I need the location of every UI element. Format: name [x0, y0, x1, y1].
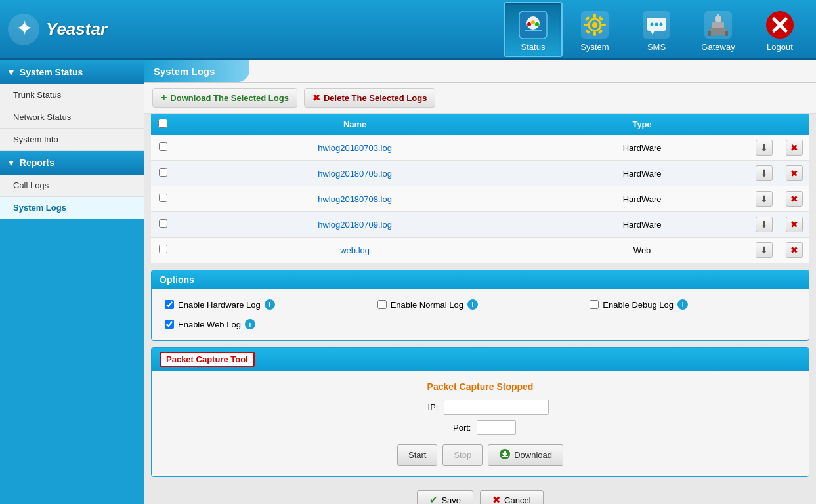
ip-input[interactable]	[444, 400, 549, 415]
svg-rect-30	[708, 31, 711, 36]
debug-log-info-icon[interactable]: i	[677, 299, 688, 310]
packet-capture-form: IP: Port:	[165, 400, 796, 435]
svg-point-21	[651, 23, 654, 26]
save-btn[interactable]: ✔ Save	[417, 490, 473, 504]
sidebar: ▼ System Status Trunk Status Network Sta…	[0, 60, 144, 504]
row-name-4[interactable]: web.log	[175, 238, 535, 263]
row-download-btn-4[interactable]: ⬇	[756, 242, 773, 258]
nav-item-system[interactable]: System	[565, 2, 624, 57]
row-delete-cell-0: ✖	[779, 135, 809, 161]
row-download-btn-1[interactable]: ⬇	[756, 165, 773, 181]
download-selected-btn[interactable]: + Download The Selected Logs	[152, 88, 297, 108]
option-normal-log: Enable Normal Log i	[377, 299, 584, 310]
cancel-btn[interactable]: ✖ Cancel	[480, 490, 543, 504]
normal-log-checkbox[interactable]	[377, 300, 387, 309]
row-name-1[interactable]: hwlog20180705.log	[175, 161, 535, 186]
nav-item-sms[interactable]: SMS	[627, 2, 686, 57]
row-download-btn-3[interactable]: ⬇	[756, 217, 773, 232]
svg-rect-37	[504, 451, 506, 455]
sidebar-item-system-logs[interactable]: System Logs	[0, 197, 144, 219]
table-row: hwlog20180705.log HardWare ⬇ ✖	[151, 161, 809, 186]
sidebar-section-system-status-label: System Status	[20, 67, 83, 77]
bottom-bar: ✔ Save ✖ Cancel	[144, 484, 816, 504]
web-log-checkbox[interactable]	[165, 320, 174, 329]
row-delete-btn-4[interactable]: ✖	[786, 242, 803, 258]
row-checkbox-2[interactable]	[159, 194, 167, 202]
svg-rect-14	[601, 24, 606, 26]
option-debug-log: Enable Debug Log i	[590, 299, 796, 310]
row-checkbox-1[interactable]	[159, 168, 167, 177]
row-name-2[interactable]: hwlog20180708.log	[175, 186, 535, 212]
row-download-btn-0[interactable]: ⬇	[756, 140, 773, 156]
port-input[interactable]	[477, 420, 516, 435]
row-checkbox-4[interactable]	[159, 245, 167, 253]
logs-toolbar: + Download The Selected Logs ✖ Delete Th…	[144, 83, 816, 114]
status-icon	[517, 9, 549, 41]
row-delete-btn-0[interactable]: ✖	[786, 140, 803, 156]
hw-log-checkbox[interactable]	[165, 300, 174, 309]
ip-row: IP:	[412, 400, 549, 415]
row-checkbox-3[interactable]	[159, 219, 167, 228]
sidebar-section-reports-arrow: ▼	[7, 158, 16, 168]
packet-capture-body: Packet Capture Stopped IP: Port: Start	[152, 371, 809, 476]
normal-log-info-icon[interactable]: i	[467, 299, 478, 310]
web-log-info-icon[interactable]: i	[245, 319, 255, 329]
packet-capture-status: Packet Capture Stopped	[165, 381, 796, 392]
delete-selected-btn[interactable]: ✖ Delete The Selected Logs	[304, 88, 436, 108]
nav-item-status[interactable]: Status	[504, 2, 563, 57]
row-delete-btn-1[interactable]: ✖	[786, 165, 803, 181]
sidebar-item-system-info[interactable]: System Info	[0, 129, 144, 151]
row-checkbox-cell	[151, 161, 175, 186]
row-checkbox-0[interactable]	[159, 142, 167, 151]
options-section-body: Enable Hardware Log i Enable Normal Log …	[152, 289, 809, 340]
row-download-btn-2[interactable]: ⬇	[756, 191, 773, 207]
log-table: Name Type hwlog20180703.log HardWare ⬇ ✖	[151, 114, 809, 263]
sidebar-item-network-status[interactable]: Network Status	[0, 106, 144, 129]
stop-capture-btn[interactable]: Stop	[442, 444, 483, 466]
top-navigation: ✦ Yeastar Status	[0, 0, 816, 60]
download-capture-btn[interactable]: Download	[488, 444, 563, 466]
select-all-checkbox[interactable]	[158, 119, 167, 128]
svg-rect-29	[717, 14, 719, 17]
sidebar-item-trunk-status[interactable]: Trunk Status	[0, 84, 144, 106]
debug-log-checkbox[interactable]	[590, 300, 599, 309]
sidebar-item-call-logs[interactable]: Call Logs	[0, 175, 144, 197]
svg-point-23	[660, 23, 663, 26]
svg-text:✦: ✦	[16, 18, 32, 39]
svg-rect-38	[502, 456, 508, 457]
options-section-header: Options	[152, 270, 809, 289]
svg-point-22	[655, 23, 658, 26]
nav-item-logout[interactable]: Logout	[750, 2, 809, 57]
row-delete-btn-3[interactable]: ✖	[786, 217, 803, 232]
row-checkbox-cell	[151, 135, 175, 161]
row-download-cell-1: ⬇	[749, 161, 779, 186]
row-delete-cell-1: ✖	[779, 161, 809, 186]
option-web-log: Enable Web Log i	[165, 319, 371, 329]
page-title: System Logs	[154, 66, 215, 77]
hw-log-info-icon[interactable]: i	[265, 299, 275, 310]
svg-rect-12	[593, 32, 596, 36]
ip-label: IP:	[412, 402, 439, 412]
start-capture-btn[interactable]: Start	[397, 444, 437, 466]
port-row: Port:	[445, 420, 516, 435]
sidebar-section-reports[interactable]: ▼ Reports	[0, 151, 144, 175]
download-capture-icon	[499, 448, 511, 462]
sidebar-section-system-status[interactable]: ▼ System Status	[0, 60, 144, 84]
row-checkbox-cell	[151, 238, 175, 263]
row-name-3[interactable]: hwlog20180709.log	[175, 212, 535, 238]
cancel-x-icon: ✖	[492, 494, 501, 504]
row-type-0: HardWare	[535, 135, 749, 161]
packet-capture-section: Packet Capture Tool Packet Capture Stopp…	[151, 347, 809, 477]
svg-point-5	[531, 20, 535, 24]
row-download-cell-3: ⬇	[749, 212, 779, 238]
row-name-0[interactable]: hwlog20180703.log	[175, 135, 535, 161]
table-row: hwlog20180709.log HardWare ⬇ ✖	[151, 212, 809, 238]
table-row: web.log Web ⬇ ✖	[151, 238, 809, 263]
nav-item-gateway[interactable]: Gateway	[689, 2, 748, 57]
row-type-4: Web	[535, 238, 749, 263]
col-type-header: Type	[535, 114, 749, 135]
row-delete-btn-2[interactable]: ✖	[786, 191, 803, 207]
svg-point-4	[527, 22, 531, 26]
sidebar-section-reports-label: Reports	[20, 158, 54, 168]
options-grid: Enable Hardware Log i Enable Normal Log …	[165, 299, 796, 329]
